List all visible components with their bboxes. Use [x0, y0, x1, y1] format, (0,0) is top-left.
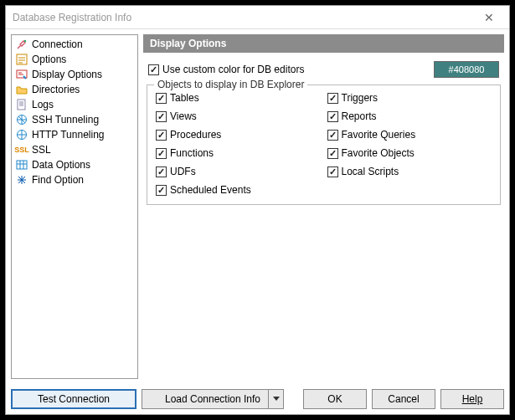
- sidebar-item-ssl[interactable]: SSL SSL: [12, 142, 137, 157]
- objects-fieldset: Objects to display in DB Explorer Tables…: [147, 85, 501, 205]
- sidebar-item-http[interactable]: HTTP Tunneling: [12, 127, 137, 142]
- checkbox-tables[interactable]: Tables: [156, 92, 321, 104]
- window-title: Database Registration Info: [13, 12, 476, 23]
- test-connection-button[interactable]: Test Connection: [11, 389, 136, 409]
- checkbox-reports[interactable]: Reports: [327, 110, 492, 122]
- checkbox-box-icon: [156, 166, 167, 177]
- checkbox-box-icon: [327, 130, 338, 141]
- button-label: Help: [462, 393, 483, 405]
- sidebar-item-label: SSL: [32, 144, 51, 156]
- display-icon: [15, 68, 28, 81]
- help-button[interactable]: Help: [440, 389, 504, 409]
- color-swatch[interactable]: #408080: [434, 61, 499, 78]
- checkbox-scheduled-events[interactable]: Scheduled Events: [156, 184, 321, 196]
- main-panel: Display Options Use custom color for DB …: [143, 34, 504, 379]
- checkbox-label: Local Scripts: [342, 166, 399, 177]
- checkbox-box-icon: [327, 166, 338, 177]
- sidebar-item-connection[interactable]: Connection: [12, 37, 137, 52]
- checkbox-box-icon: [156, 185, 167, 196]
- checkbox-label: Scheduled Events: [170, 184, 251, 196]
- sidebar-item-data-options[interactable]: Data Options: [12, 157, 137, 172]
- objects-grid: Tables Views Procedures Functions UDFs S…: [156, 92, 492, 196]
- checkbox-label: Tables: [170, 92, 199, 104]
- checkbox-favorite-queries[interactable]: Favorite Queries: [327, 129, 492, 141]
- checkbox-box-icon: [327, 148, 338, 159]
- checkbox-box-icon: [148, 64, 159, 75]
- checkbox-box-icon: [156, 111, 167, 122]
- load-connection-info-button[interactable]: Load Connection Info: [142, 389, 284, 409]
- svg-rect-6: [17, 161, 27, 169]
- cancel-button[interactable]: Cancel: [372, 389, 435, 409]
- checkbox-box-icon: [156, 148, 167, 159]
- sidebar-item-label: Data Options: [32, 159, 90, 171]
- ok-button[interactable]: OK: [303, 389, 367, 409]
- button-label: OK: [327, 393, 342, 405]
- sidebar-item-label: Logs: [32, 99, 54, 110]
- sidebar-item-label: Display Options: [32, 69, 102, 80]
- ssl-icon: SSL: [15, 143, 28, 156]
- checkbox-favorite-objects[interactable]: Favorite Objects: [327, 147, 492, 159]
- objects-col-left: Tables Views Procedures Functions UDFs S…: [156, 92, 321, 196]
- sidebar: Connection Options Display Options Direc…: [11, 34, 138, 379]
- button-label: Cancel: [388, 393, 419, 405]
- globe-icon: [15, 113, 28, 126]
- checkbox-label: Triggers: [342, 92, 379, 104]
- svg-point-0: [24, 40, 26, 42]
- dialog-window: Database Registration Info ✕ Connection …: [5, 5, 510, 415]
- sidebar-item-label: Find Option: [32, 174, 84, 186]
- checkbox-box-icon: [156, 130, 167, 141]
- objects-col-right: Triggers Reports Favorite Queries Favori…: [327, 92, 492, 196]
- document-icon: [15, 98, 28, 111]
- titlebar: Database Registration Info ✕: [6, 6, 509, 29]
- sidebar-item-logs[interactable]: Logs: [12, 97, 137, 112]
- checkbox-functions[interactable]: Functions: [156, 147, 321, 159]
- folder-icon: [15, 83, 28, 96]
- find-icon: [15, 173, 28, 187]
- sidebar-item-label: HTTP Tunneling: [32, 129, 105, 141]
- globe-icon: [15, 128, 28, 141]
- checkbox-box-icon: [327, 111, 338, 122]
- checkbox-label: Use custom color for DB editors: [162, 64, 304, 75]
- button-label: Load Connection Info: [165, 393, 260, 405]
- checkbox-label: Views: [170, 110, 197, 122]
- checkbox-box-icon: [156, 93, 167, 104]
- checkbox-views[interactable]: Views: [156, 110, 321, 122]
- sidebar-item-display-options[interactable]: Display Options: [12, 67, 137, 82]
- checkbox-local-scripts[interactable]: Local Scripts: [327, 166, 492, 177]
- sidebar-item-directories[interactable]: Directories: [12, 82, 137, 97]
- button-bar: Test Connection Load Connection Info OK …: [6, 384, 509, 414]
- checkbox-label: Reports: [342, 110, 377, 122]
- svg-rect-3: [18, 100, 25, 110]
- sidebar-item-label: Directories: [32, 84, 80, 95]
- sidebar-item-label: Options: [32, 54, 66, 65]
- dialog-body: Connection Options Display Options Direc…: [6, 29, 509, 384]
- close-icon[interactable]: ✕: [476, 11, 502, 24]
- checkbox-label: Favorite Objects: [342, 147, 415, 159]
- checkbox-procedures[interactable]: Procedures: [156, 129, 321, 141]
- sidebar-item-ssh[interactable]: SSH Tunneling: [12, 112, 137, 127]
- checkbox-label: Functions: [170, 147, 214, 159]
- button-label: Test Connection: [38, 393, 110, 405]
- checklist-icon: [15, 53, 28, 66]
- fieldset-legend: Objects to display in DB Explorer: [154, 79, 307, 90]
- sidebar-item-label: SSH Tunneling: [32, 114, 99, 125]
- sidebar-item-find[interactable]: Find Option: [12, 172, 137, 187]
- sidebar-item-label: Connection: [32, 38, 83, 50]
- grid-icon: [15, 158, 28, 172]
- checkbox-label: Favorite Queries: [342, 129, 416, 141]
- use-custom-color-checkbox[interactable]: Use custom color for DB editors: [148, 64, 304, 75]
- sidebar-item-options[interactable]: Options: [12, 52, 137, 67]
- section-header: Display Options: [143, 34, 504, 53]
- plug-icon: [15, 38, 28, 51]
- dropdown-arrow-icon[interactable]: [268, 390, 283, 408]
- checkbox-triggers[interactable]: Triggers: [327, 92, 492, 104]
- checkbox-label: Procedures: [170, 129, 221, 141]
- checkbox-label: UDFs: [170, 166, 196, 177]
- checkbox-udfs[interactable]: UDFs: [156, 166, 321, 177]
- checkbox-box-icon: [327, 93, 338, 104]
- spacer: [289, 389, 298, 409]
